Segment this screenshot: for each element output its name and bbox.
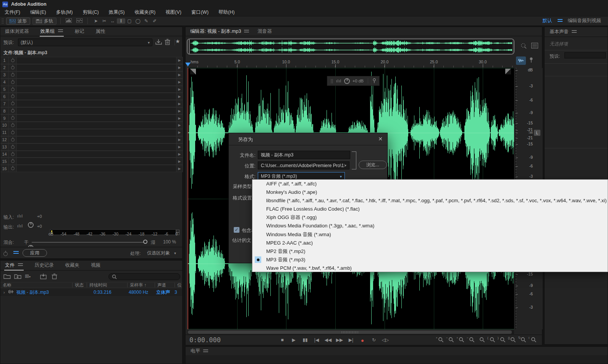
new-item-icon[interactable]: ⊞▾ bbox=[25, 273, 31, 279]
fade-out-handle[interactable] bbox=[505, 69, 511, 74]
hud-gain-knob[interactable] bbox=[344, 78, 350, 84]
skip-to-start-button[interactable]: |◀ bbox=[313, 337, 320, 343]
waveform-spectral-toggle-icon[interactable] bbox=[516, 56, 526, 65]
effect-slot[interactable] bbox=[17, 71, 176, 79]
spectral-frequency-display-icon[interactable] bbox=[65, 18, 73, 24]
zoom-to-selection-button[interactable]: {} bbox=[510, 337, 516, 343]
effect-power-icon[interactable] bbox=[9, 71, 17, 79]
format-option[interactable]: MP2 音频 (*.mp2) bbox=[252, 247, 608, 256]
input-gain-knob[interactable] bbox=[28, 222, 34, 228]
menu-item-3[interactable]: 剪辑(C) bbox=[82, 9, 99, 16]
effect-slot-arrow-icon[interactable]: ▶ bbox=[176, 64, 183, 71]
process-select[interactable]: 仅选区对象▾ bbox=[145, 249, 178, 257]
effect-power-icon[interactable] bbox=[9, 79, 17, 86]
menu-item-7[interactable]: 窗口(W) bbox=[191, 9, 209, 16]
delete-preset-trash-icon[interactable] bbox=[165, 39, 170, 47]
zoom-reset-button[interactable] bbox=[479, 337, 485, 343]
menu-item-1[interactable]: 编辑(E) bbox=[30, 9, 46, 16]
effect-slot-arrow-icon[interactable]: ▶ bbox=[176, 93, 183, 100]
effect-slot-arrow-icon[interactable]: ▶ bbox=[176, 151, 183, 158]
marker-pin-icon[interactable] bbox=[529, 57, 534, 64]
zoom-to-in-point-button[interactable]: { bbox=[490, 337, 495, 343]
workspace-menu-icon[interactable] bbox=[558, 19, 563, 23]
format-option[interactable]: Xiph OGG 容器 (*.ogg) bbox=[252, 213, 608, 222]
levels-menu-icon[interactable] bbox=[203, 350, 208, 353]
effects-panel-tab-0[interactable]: 媒体浏览器 bbox=[5, 28, 29, 35]
slip-tool[interactable]: ↔ bbox=[108, 18, 117, 24]
effect-slot-arrow-icon[interactable]: ▶ bbox=[176, 129, 183, 136]
format-option[interactable]: AIFF (*.aif, *.aiff, *.aifc) bbox=[252, 180, 608, 188]
effect-power-icon[interactable] bbox=[9, 151, 17, 158]
effect-slot-arrow-icon[interactable]: ▶ bbox=[176, 158, 183, 165]
format-option[interactable]: FLAC (Free Lossless Audio Codec) (*.flac… bbox=[252, 205, 608, 213]
format-option[interactable]: Windows Media 音频 (*.wma) bbox=[252, 230, 608, 239]
effect-power-icon[interactable] bbox=[9, 64, 17, 71]
effect-slot[interactable] bbox=[17, 57, 176, 64]
effect-slot-arrow-icon[interactable]: ▶ bbox=[176, 71, 183, 79]
move-tool[interactable]: ➤ bbox=[92, 18, 100, 24]
spectral-pitch-display-icon[interactable] bbox=[75, 18, 84, 24]
delete-file-trash-icon[interactable] bbox=[52, 274, 57, 281]
paintbrush-tool[interactable]: ✎ bbox=[142, 18, 150, 24]
effect-slot-arrow-icon[interactable]: ▶ bbox=[176, 57, 183, 64]
effect-power-icon[interactable] bbox=[9, 158, 17, 165]
play-button[interactable]: ▶ bbox=[290, 337, 298, 343]
scrollbar-thumb[interactable] bbox=[188, 330, 512, 334]
files-column-header[interactable]: 持续时间 bbox=[87, 283, 127, 287]
effect-power-icon[interactable] bbox=[9, 114, 17, 122]
time-selection-tool[interactable]: I bbox=[117, 18, 125, 24]
fast-forward-button[interactable]: ▶▶ bbox=[336, 337, 343, 343]
preset-select[interactable]: (默认)▾ bbox=[18, 39, 152, 46]
menu-item-8[interactable]: 帮助(H) bbox=[218, 9, 234, 16]
gain-hud[interactable]: ⣿ ılıl +0 dB bbox=[327, 76, 380, 86]
effect-slot[interactable] bbox=[17, 114, 176, 122]
filename-input[interactable]: 视频 - 副本.mp3 bbox=[258, 151, 350, 159]
files-panel-tab-2[interactable]: 收藏夹 bbox=[65, 262, 79, 269]
mix-slider[interactable] bbox=[32, 242, 146, 243]
effect-slot-arrow-icon[interactable]: ▶ bbox=[176, 136, 183, 143]
effect-slot-arrow-icon[interactable]: ▶ bbox=[176, 143, 183, 151]
effect-power-icon[interactable] bbox=[9, 93, 17, 100]
location-select[interactable]: C:\User...cuments\Adobe\Premiere Pro\13.… bbox=[258, 161, 349, 169]
editor-list-icon[interactable] bbox=[531, 43, 538, 50]
dialog-close-icon[interactable]: ✕ bbox=[378, 136, 383, 142]
effect-slot[interactable] bbox=[17, 86, 176, 93]
zoom-navigate-icon[interactable] bbox=[520, 42, 527, 51]
import-file-icon[interactable] bbox=[14, 274, 21, 280]
files-column-header[interactable]: 声道 bbox=[155, 283, 175, 287]
browse-button[interactable]: 浏览... bbox=[359, 161, 387, 169]
multitrack-view-button[interactable]: 多轨 bbox=[32, 18, 57, 25]
effect-slot[interactable] bbox=[17, 165, 176, 172]
save-file-icon[interactable] bbox=[40, 274, 47, 281]
effect-slot[interactable] bbox=[17, 79, 176, 86]
essential-sound-menu-icon[interactable] bbox=[572, 30, 577, 34]
horizontal-scrollbar[interactable] bbox=[188, 330, 514, 334]
spot-healing-brush-tool[interactable]: ✐ bbox=[150, 18, 159, 24]
effects-panel-tab-2[interactable]: 标记 bbox=[74, 28, 84, 35]
zoom-out-time-button[interactable]: − bbox=[469, 337, 475, 343]
mixer-tab[interactable]: 混音器 bbox=[257, 28, 272, 35]
effect-power-icon[interactable] bbox=[9, 100, 17, 107]
effect-slot[interactable] bbox=[17, 93, 176, 100]
files-search-input[interactable] bbox=[108, 273, 180, 280]
effect-slot-arrow-icon[interactable]: ▶ bbox=[176, 114, 183, 122]
files-column-header[interactable]: 采样率 ↑ bbox=[127, 283, 155, 287]
editor-tab[interactable]: 编辑器: 视频 - 副本.mp3 bbox=[190, 28, 249, 35]
zoom-out-amplitude-button[interactable]: − bbox=[448, 337, 454, 343]
zoom-in-amplitude-button[interactable]: + bbox=[438, 337, 444, 343]
rewind-button[interactable]: ◀◀ bbox=[324, 337, 332, 343]
stop-button[interactable]: ■ bbox=[278, 337, 286, 343]
left-channel-badge[interactable]: L bbox=[534, 130, 540, 136]
timeline-ruler[interactable]: hms 5.010.015.020.025.030.0 bbox=[188, 58, 514, 68]
files-panel-tab-3[interactable]: 视频 bbox=[91, 262, 100, 269]
format-option[interactable]: MP3 音频 (*.mp3) bbox=[252, 256, 608, 264]
files-column-header[interactable]: 名称 bbox=[0, 283, 72, 287]
effect-power-icon[interactable] bbox=[9, 122, 17, 129]
workspace-default-tab[interactable]: 默认 bbox=[543, 18, 552, 24]
zoom-to-out-point-button[interactable]: } bbox=[500, 337, 506, 343]
workspace-edit-audio-to-video-tab[interactable]: 编辑音频到视频 bbox=[568, 18, 602, 24]
effect-slot[interactable] bbox=[17, 158, 176, 165]
rack-list-toggle-icon[interactable] bbox=[13, 251, 19, 254]
menu-item-4[interactable]: 效果(S) bbox=[109, 9, 125, 16]
record-button[interactable]: ● bbox=[359, 337, 366, 343]
